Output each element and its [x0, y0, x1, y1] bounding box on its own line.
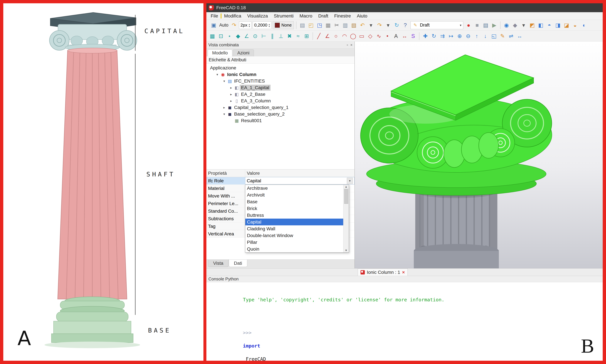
property-name[interactable]: Vertical Area	[206, 230, 245, 237]
dropdown-option[interactable]: Pillar	[245, 239, 343, 246]
dropdown-option[interactable]: Brick	[245, 205, 343, 212]
rectangle-tool-icon[interactable]: ▭	[357, 32, 366, 40]
undo-icon[interactable]: ↶	[358, 21, 367, 29]
document-tab[interactable]: Ionic Column : 1 ×	[358, 269, 408, 276]
property-name[interactable]: Ifc Role	[206, 177, 245, 184]
shapestring-tool-icon[interactable]: S	[409, 32, 417, 40]
snap-intersection-icon[interactable]: ✖	[285, 32, 294, 40]
tree-item-label[interactable]: Base_selection_query_2	[233, 111, 286, 117]
combo-view-tab[interactable]: Modello	[208, 50, 232, 56]
menu-macro[interactable]: Macro	[297, 12, 315, 20]
tree-item-label[interactable]: Capital_selection_query_1	[233, 104, 290, 110]
cut-icon[interactable]: ✂	[332, 21, 341, 29]
macro-play-icon[interactable]: ▶	[490, 21, 499, 29]
macro-record-icon[interactable]: ●	[464, 21, 473, 29]
open-document-icon[interactable]: ◰	[307, 21, 315, 29]
arc-tool-icon[interactable]: ◠	[340, 32, 349, 40]
tree-expander-icon[interactable]: ▾	[215, 73, 220, 77]
refresh-icon[interactable]: ↻	[392, 21, 401, 29]
save-icon[interactable]: ◳	[315, 21, 324, 29]
split-tool-icon[interactable]: ⊖	[464, 32, 473, 40]
snap-perpendicular-icon[interactable]: ⊥	[277, 32, 285, 40]
polygon-tool-icon[interactable]: ◇	[366, 32, 374, 40]
snap-midpoint-icon[interactable]: ◆	[234, 32, 242, 40]
tree-item[interactable]: ▸ ◧ EA_2_Base	[206, 91, 354, 98]
bottom-view-icon[interactable]: ◒	[571, 21, 579, 29]
tree-item[interactable]: ▦ Result001	[206, 117, 354, 124]
spinner-arrows-icon[interactable]: ▴▾	[269, 23, 270, 27]
paste-icon[interactable]: ▧	[349, 21, 358, 29]
bottom-tab[interactable]: Vista	[208, 260, 229, 267]
edit-tool-icon[interactable]: ✎	[498, 32, 507, 40]
property-value[interactable]: Capital ▾	[245, 177, 354, 184]
snap-parallel-icon[interactable]: ∥	[268, 32, 277, 40]
tree-item-label[interactable]: EA_1_Capital	[240, 85, 271, 91]
snap-ortho-icon[interactable]: ⊞	[302, 32, 311, 40]
tree-item[interactable]: ▸ ▯ EA_3_Column	[206, 98, 354, 104]
scroll-down-icon[interactable]: ▼	[345, 249, 348, 252]
downgrade-tool-icon[interactable]: ↓	[481, 32, 490, 40]
tree-expander-icon[interactable]: ▾	[221, 112, 227, 116]
scale-spinner[interactable]: 0,2000 ▴▾	[253, 21, 271, 29]
model-tree[interactable]: Applicazione ▾ ◉ Ionic Column ▾ ▤ IFC_EN…	[206, 64, 354, 169]
dropdown-option[interactable]: Capital	[245, 219, 343, 225]
tree-item[interactable]: ▾ ◉ Ionic Column	[206, 71, 354, 78]
circle-tool-icon[interactable]: ○	[332, 32, 340, 40]
macro-edit-icon[interactable]: ▤	[481, 21, 490, 29]
python-console[interactable]: Type 'help', 'copyright', 'credits' or '…	[206, 282, 603, 361]
line-width-spinner[interactable]: 2px ▴▾	[239, 21, 251, 29]
snap-near-icon[interactable]: ≈	[294, 32, 302, 40]
tree-expander-icon[interactable]: ▸	[229, 86, 234, 90]
scale-tool-icon[interactable]: ◱	[490, 32, 498, 40]
draw-style-menu-icon[interactable]: ▾	[519, 21, 528, 29]
python-console-header[interactable]: Console Python	[206, 276, 603, 282]
menu-aiuto[interactable]: Aiuto	[354, 12, 370, 20]
print-icon[interactable]: ▦	[324, 21, 332, 29]
arc-continue-icon[interactable]: ↷	[230, 21, 238, 29]
snap-center-icon[interactable]: ⊙	[251, 32, 259, 40]
move-tool-icon[interactable]: ✚	[421, 32, 430, 40]
property-row[interactable]: Ifc Role Capital ▾	[206, 177, 354, 185]
offset-tool-icon[interactable]: ⇉	[438, 32, 447, 40]
point-tool-icon[interactable]: •	[383, 32, 392, 40]
snap-angle-icon[interactable]: ∠	[242, 32, 251, 40]
join-tool-icon[interactable]: ⊕	[455, 32, 464, 40]
tree-item-label[interactable]: EA_2_Base	[240, 91, 267, 97]
draw-style-icon[interactable]: ◆	[511, 21, 519, 29]
macro-stop-icon[interactable]: ■	[473, 21, 481, 29]
snap-grid-icon[interactable]: ▦	[208, 32, 217, 40]
bspline-tool-icon[interactable]: ∿	[374, 32, 383, 40]
menu-modifica[interactable]: Modifica	[221, 12, 244, 20]
property-name[interactable]: Tag	[206, 222, 245, 230]
line-tool-icon[interactable]: ╱	[315, 32, 323, 40]
whats-this-icon[interactable]: ?	[401, 21, 410, 29]
scroll-up-icon[interactable]: ▲	[345, 185, 348, 188]
tab-close-icon[interactable]: ×	[402, 270, 405, 275]
tree-item-label[interactable]: IFC_ENTITIES	[233, 78, 266, 84]
dropdown-scrollbar[interactable]: ▲ ▼	[343, 185, 349, 252]
line-color-button[interactable]: None	[273, 21, 294, 29]
combo-view-tab[interactable]: Azioni	[233, 50, 254, 56]
trimex-tool-icon[interactable]: ↦	[447, 32, 455, 40]
dropdown-option[interactable]: Base	[245, 198, 343, 205]
dropdown-option[interactable]: Archivolt	[245, 192, 343, 198]
copy-icon[interactable]: ▥	[341, 21, 349, 29]
stretch-tool-icon[interactable]: ↔	[515, 32, 524, 40]
rear-view-icon[interactable]: ◪	[562, 21, 571, 29]
ifc-role-dropdown-button[interactable]: ▾	[347, 178, 353, 184]
menu-strumenti[interactable]: Strumenti	[271, 12, 297, 20]
spinner-arrows-icon[interactable]: ▴▾	[249, 23, 250, 27]
tree-item[interactable]: ▾ ▤ IFC_ENTITIES	[206, 78, 354, 84]
new-document-icon[interactable]: ▤	[298, 21, 307, 29]
tree-item[interactable]: ▾ ◼ Base_selection_query_2	[206, 111, 354, 117]
fit-all-icon[interactable]: ◉	[502, 21, 511, 29]
tree-item[interactable]: ▸ ◼ Capital_selection_query_1	[206, 104, 354, 111]
dropdown-option[interactable]: Double-lancet Window	[245, 232, 343, 239]
property-name[interactable]: Move With ...	[206, 192, 245, 200]
property-name[interactable]: Material	[206, 185, 245, 192]
menu-visualizza[interactable]: Visualizza	[244, 12, 271, 20]
dimension-tool-icon[interactable]: ↔	[400, 32, 409, 40]
dropdown-option[interactable]: Architrave	[245, 185, 343, 192]
labels-attributes-header[interactable]: Etichette & Attributi	[206, 56, 354, 64]
ellipse-tool-icon[interactable]: ◯	[349, 32, 357, 40]
